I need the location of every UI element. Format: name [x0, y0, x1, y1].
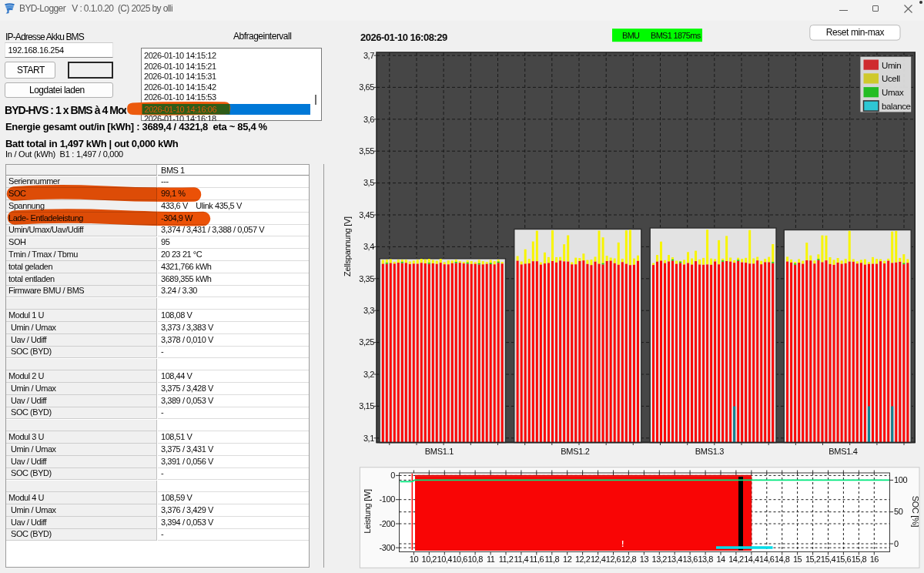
svg-text:15,8: 15,8 [852, 555, 867, 564]
svg-text:0: 0 [894, 539, 899, 548]
svg-text:15,4: 15,4 [821, 555, 836, 564]
svg-text:3,2: 3,2 [363, 370, 374, 379]
svg-text:BMS1 1875ms: BMS1 1875ms [651, 31, 701, 40]
svg-text:10,2: 10,2 [422, 555, 437, 564]
svg-text:11: 11 [487, 555, 495, 564]
svg-text:3,65: 3,65 [359, 82, 374, 92]
svg-text:SOC [%]: SOC [%] [911, 496, 920, 528]
svg-text:13,4: 13,4 [667, 555, 682, 564]
svg-text:BMS1.3: BMS1.3 [695, 447, 725, 456]
svg-text:12,8: 12,8 [621, 555, 637, 564]
svg-text:3,4: 3,4 [363, 242, 374, 251]
svg-text:100: 100 [894, 475, 907, 484]
svg-text:10,4: 10,4 [437, 555, 453, 564]
svg-text:3,5: 3,5 [363, 178, 374, 187]
svg-text:-100: -100 [380, 494, 396, 504]
svg-text:2026-01-10 14:16:06: 2026-01-10 14:16:06 [145, 105, 217, 114]
svg-text:14,2: 14,2 [728, 555, 744, 564]
svg-text:13: 13 [640, 555, 649, 564]
svg-text:3,6: 3,6 [363, 115, 374, 124]
svg-text:12,2: 12,2 [575, 555, 591, 564]
svg-text:13,2: 13,2 [652, 555, 668, 564]
svg-text:3,45: 3,45 [359, 210, 374, 219]
svg-text:3,25: 3,25 [359, 337, 374, 347]
svg-text:16: 16 [870, 555, 879, 564]
svg-text:Leistung [W]: Leistung [W] [363, 489, 372, 534]
svg-text:3,1: 3,1 [363, 434, 374, 443]
svg-text:13,6: 13,6 [682, 555, 698, 564]
svg-text:14: 14 [716, 555, 725, 564]
svg-text:Ucell: Ucell [882, 74, 900, 83]
svg-text:12,4: 12,4 [591, 555, 606, 564]
svg-text:0: 0 [390, 471, 395, 480]
svg-text:14,6: 14,6 [759, 555, 775, 564]
svg-text:15,2: 15,2 [805, 555, 821, 564]
svg-text:BMS1.2: BMS1.2 [561, 447, 590, 456]
svg-text:2026-01-10 16:08:29: 2026-01-10 16:08:29 [360, 32, 447, 43]
svg-text:10,8: 10,8 [467, 555, 483, 564]
svg-text:Zellspannung [V]: Zellspannung [V] [343, 216, 352, 276]
svg-text:11,2: 11,2 [499, 555, 514, 564]
svg-text:12,6: 12,6 [606, 555, 621, 564]
svg-text:3,7: 3,7 [363, 51, 374, 60]
svg-text:11,8: 11,8 [545, 555, 560, 564]
svg-text:12: 12 [563, 555, 572, 564]
svg-text:11,6: 11,6 [530, 555, 544, 564]
svg-text:3,3: 3,3 [363, 306, 374, 315]
svg-text:BMU: BMU [622, 31, 640, 40]
svg-text:BMS1.4: BMS1.4 [829, 447, 858, 456]
svg-text:15,6: 15,6 [836, 555, 852, 564]
svg-text:3,35: 3,35 [359, 274, 374, 283]
svg-text:BMS1.1: BMS1.1 [425, 447, 454, 456]
svg-text:Umin: Umin [882, 61, 901, 70]
svg-text:!: ! [621, 540, 624, 548]
svg-text:11,4: 11,4 [514, 555, 529, 564]
svg-text:-300: -300 [380, 543, 396, 552]
svg-text:3,15: 3,15 [359, 401, 374, 410]
svg-text:-200: -200 [380, 519, 396, 528]
svg-text:Umax: Umax [882, 88, 904, 97]
svg-text:15: 15 [793, 555, 802, 564]
svg-text:50: 50 [894, 507, 903, 516]
svg-text:balance: balance [882, 102, 910, 111]
svg-text:Reset min-max: Reset min-max [826, 27, 885, 38]
svg-text:14,4: 14,4 [744, 555, 759, 564]
svg-text:3,55: 3,55 [359, 146, 374, 156]
svg-text:10: 10 [410, 555, 419, 564]
svg-text:13,8: 13,8 [698, 555, 713, 564]
svg-text:10,6: 10,6 [452, 555, 467, 564]
svg-text:14,8: 14,8 [775, 555, 790, 564]
